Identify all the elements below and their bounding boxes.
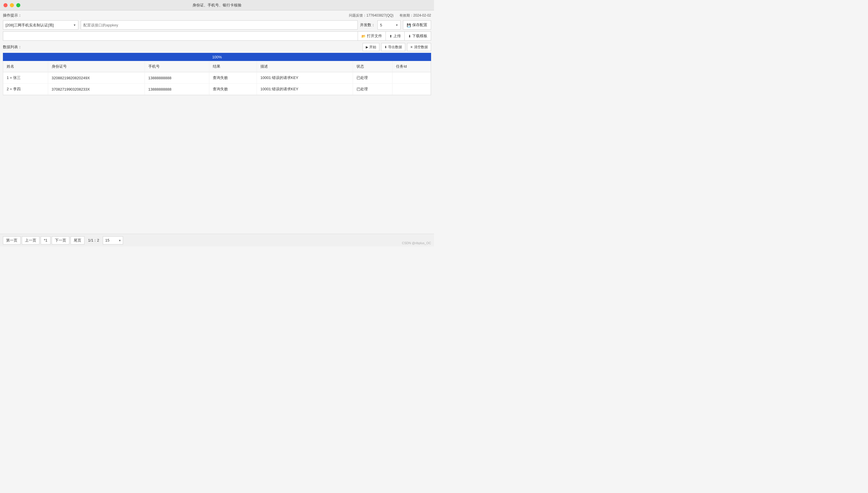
col-name: 姓名 — [3, 61, 48, 72]
api-select-wrapper: [208]三网手机实名制认证[简] [209]三网手机实名制认证[详] ▼ — [3, 20, 79, 29]
cell-name-1: 1 = 张三 — [3, 72, 48, 84]
save-config-button[interactable]: 保存配置 — [403, 20, 431, 29]
maximize-button[interactable] — [16, 3, 20, 7]
cell-id-2: 37082719903208233X — [48, 84, 145, 95]
data-table: 姓名 身份证号 手机号 结果 描述 状态 任务Id 1 = 张三 3208821… — [3, 61, 431, 95]
cell-taskid-1 — [392, 72, 431, 84]
open-file-icon — [362, 34, 366, 38]
export-icon — [384, 45, 387, 49]
col-description: 描述 — [257, 61, 353, 72]
watermark: CSDN @ribplus_OC — [402, 241, 431, 245]
star-button[interactable]: *1 — [41, 236, 50, 244]
validity-label: 有效期： — [399, 13, 413, 17]
save-icon — [407, 23, 411, 27]
close-button[interactable] — [3, 3, 7, 7]
start-button[interactable]: 开始 — [363, 43, 379, 51]
download-template-button[interactable]: 下载模板 — [405, 31, 431, 41]
progress-bar: 100% — [3, 53, 431, 61]
start-label: 开始 — [369, 45, 376, 50]
cell-id-1: 32088219820820249X — [48, 72, 145, 84]
cell-desc-1: 10001:错误的请求KEY — [257, 72, 353, 84]
validity-info: 有效期：2024-02-02 — [399, 13, 431, 18]
export-button[interactable]: 导出数据 — [381, 43, 405, 51]
cell-status-2: 已处理 — [353, 84, 392, 95]
last-page-button[interactable]: 尾页 — [70, 236, 85, 244]
pagination-bar: 第一页 上一页 *1 下一页 尾页 1/1：2 10 15 20 50 100 … — [0, 234, 434, 246]
export-label: 导出数据 — [388, 45, 402, 50]
page-info: 1/1：2 — [86, 238, 101, 243]
file-path-input[interactable] — [3, 31, 358, 41]
data-table-label: 数据列表： — [3, 44, 22, 50]
concurrency-label: 并发数： — [360, 22, 375, 27]
download-template-icon — [408, 34, 411, 38]
col-phone: 手机号 — [145, 61, 209, 72]
title-bar: 身份证、手机号、银行卡核验 — [0, 0, 434, 10]
upload-button[interactable]: 上传 — [386, 31, 405, 41]
window-title: 身份证、手机号、银行卡核验 — [193, 3, 241, 8]
header-info: 问题反馈：1776403827(QQ) 有效期：2024-02-02 — [349, 13, 431, 18]
data-table-wrapper: 姓名 身份证号 手机号 结果 描述 状态 任务Id 1 = 张三 3208821… — [3, 61, 431, 95]
upload-label: 上传 — [393, 34, 401, 39]
validity-value: 2024-02-02 — [413, 13, 431, 17]
cell-result-1: 查询失败 — [209, 72, 257, 84]
play-icon — [366, 45, 368, 49]
table-row: 1 = 张三 32088219820820249X 13888888888 查询… — [3, 72, 431, 84]
appkey-input[interactable] — [81, 20, 357, 29]
page-size-wrapper: 10 15 20 50 100 ▼ — [103, 236, 123, 244]
cell-phone-2: 13888888888 — [145, 84, 209, 95]
data-table-header: 数据列表： 开始 导出数据 清空数据 — [3, 43, 431, 51]
concurrency-select-wrapper: 1 2 3 5 10 ▼ — [377, 20, 400, 29]
open-file-button[interactable]: 打开文件 — [358, 31, 386, 41]
col-task-id: 任务Id — [392, 61, 431, 72]
feedback-info: 问题反馈：1776403827(QQ) — [349, 13, 393, 18]
clear-label: 清空数据 — [414, 45, 428, 50]
col-status: 状态 — [353, 61, 392, 72]
controls-row: [208]三网手机实名制认证[简] [209]三网手机实名制认证[详] ▼ 并发… — [3, 20, 431, 29]
operation-hint-label: 操作提示： — [3, 13, 22, 18]
col-result: 结果 — [209, 61, 257, 72]
cell-status-1: 已处理 — [353, 72, 392, 84]
file-ops-row: 打开文件 上传 下载模板 — [3, 31, 431, 41]
cell-taskid-2 — [392, 84, 431, 95]
next-page-button[interactable]: 下一页 — [52, 236, 69, 244]
feedback-value: 1776403827(QQ) — [366, 13, 393, 17]
download-template-label: 下载模板 — [412, 34, 427, 39]
clear-icon — [410, 45, 413, 49]
progress-text: 100% — [212, 55, 222, 59]
table-header-row: 姓名 身份证号 手机号 结果 描述 状态 任务Id — [3, 61, 431, 72]
cell-phone-1: 13888888888 — [145, 72, 209, 84]
first-page-button[interactable]: 第一页 — [3, 236, 21, 244]
cell-name-2: 2 = 李四 — [3, 84, 48, 95]
prev-page-button[interactable]: 上一页 — [22, 236, 40, 244]
concurrency-select[interactable]: 1 2 3 5 10 — [377, 20, 400, 29]
table-row: 2 = 李四 37082719903208233X 13888888888 查询… — [3, 84, 431, 95]
cell-desc-2: 10001:错误的请求KEY — [257, 84, 353, 95]
open-file-label: 打开文件 — [367, 34, 382, 39]
col-id-card: 身份证号 — [48, 61, 145, 72]
upload-icon — [389, 34, 392, 38]
table-body: 1 = 张三 32088219820820249X 13888888888 查询… — [3, 72, 431, 95]
window-controls[interactable] — [3, 3, 20, 7]
save-config-label: 保存配置 — [412, 22, 427, 27]
cell-result-2: 查询失败 — [209, 84, 257, 95]
minimize-button[interactable] — [10, 3, 14, 7]
top-info-row: 操作提示： 问题反馈：1776403827(QQ) 有效期：2024-02-02 — [3, 13, 431, 18]
clear-button[interactable]: 清空数据 — [407, 43, 431, 51]
page-size-select[interactable]: 10 15 20 50 100 — [103, 236, 123, 244]
api-select[interactable]: [208]三网手机实名制认证[简] [209]三网手机实名制认证[详] — [3, 20, 79, 29]
feedback-label: 问题反馈： — [349, 13, 366, 17]
data-table-actions: 开始 导出数据 清空数据 — [363, 43, 431, 51]
